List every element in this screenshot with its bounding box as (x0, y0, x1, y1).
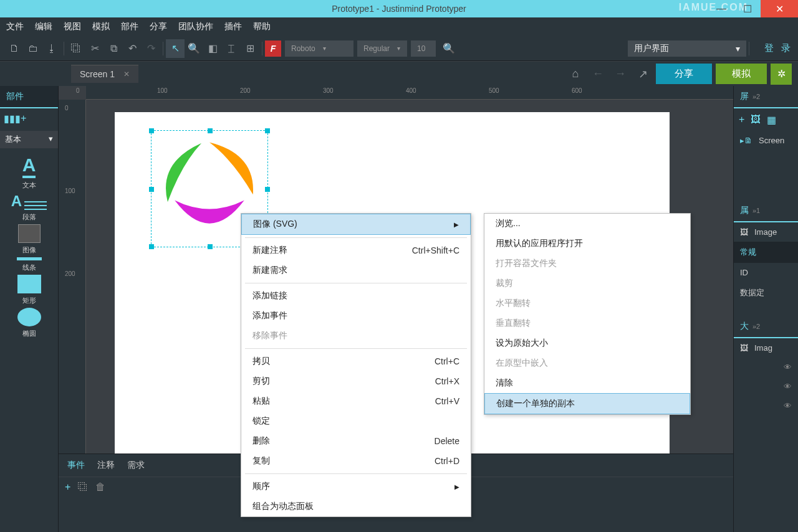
widget-paragraph[interactable]: A 段落 (11, 192, 47, 222)
tab-events[interactable]: 事件 (67, 460, 85, 471)
simulate-button[interactable]: 模拟 (716, 64, 767, 84)
prop-data-label: 数据定 (734, 282, 798, 303)
ctx-add-link[interactable]: 添加链接 (241, 286, 471, 306)
ctx-group-dynamic[interactable]: 组合为动态面板 (241, 496, 471, 516)
share-button[interactable]: 分享 (656, 64, 712, 84)
sub-open-folder: 打开容器文件夹 (484, 254, 690, 273)
ctx-copy[interactable]: 拷贝Ctrl+C (241, 351, 471, 371)
minimize-button[interactable]: — (708, 0, 734, 17)
tab-requirements[interactable]: 需求 (127, 460, 145, 471)
menu-edit[interactable]: 编辑 (35, 21, 52, 32)
jump-icon[interactable]: ↗ (633, 65, 652, 83)
title-bar: Prototype1 - Justinmind Prototyper IAMUE… (0, 0, 798, 17)
menu-plugins[interactable]: 插件 (224, 21, 242, 32)
widget-ellipse[interactable]: 椭圆 (17, 308, 41, 338)
eyedropper-icon[interactable]: ⌶ (222, 39, 241, 58)
font-icon[interactable]: F (265, 40, 281, 57)
props-section-title[interactable]: 属»1 (734, 200, 798, 222)
ctx-image-svg[interactable]: 图像 (SVG)▶ (241, 214, 471, 235)
ctx-order[interactable]: 顺序▶ (241, 477, 471, 496)
login-button[interactable]: 登 录 (764, 42, 793, 54)
tab-close-icon[interactable]: ✕ (123, 70, 130, 78)
redo-icon[interactable]: ↷ (142, 39, 160, 58)
add-screen-icon[interactable]: + (739, 114, 744, 125)
menu-view[interactable]: 视图 (64, 21, 81, 32)
widget-line[interactable]: 线条 (17, 257, 42, 272)
open-folder-icon[interactable]: 🗀 (24, 39, 42, 58)
sub-crop: 裁剪 (484, 273, 690, 293)
big-image-item[interactable]: 🖼Imag (734, 338, 798, 358)
font-weight-select[interactable]: Regular (357, 40, 407, 57)
folder-icon[interactable]: ▦ (767, 114, 776, 126)
menu-file[interactable]: 文件 (6, 21, 24, 32)
widget-category-select[interactable]: 基本▾ (0, 131, 58, 148)
undo-icon[interactable]: ↶ (123, 39, 142, 58)
back-icon[interactable]: ← (589, 65, 607, 83)
menu-share[interactable]: 分享 (150, 21, 167, 32)
sub-flip-v: 垂直翻转 (484, 313, 690, 333)
font-size-select[interactable]: 10 (411, 40, 436, 57)
sub-clear[interactable]: 清除 (484, 373, 690, 393)
widget-rect[interactable]: 矩形 (17, 275, 41, 305)
ctx-lock[interactable]: 锁定 (241, 411, 471, 431)
new-file-icon[interactable]: 🗋 (5, 39, 24, 58)
zoom-icon[interactable]: 🔍 (185, 39, 203, 58)
ctx-new-comment[interactable]: 新建注释Ctrl+Shift+C (241, 240, 471, 260)
sub-original-size[interactable]: 设为原始大小 (484, 333, 690, 353)
screens-section-title[interactable]: 屏»2 (734, 86, 798, 108)
menu-widgets[interactable]: 部件 (121, 21, 138, 32)
big-section-title[interactable]: 大»2 (734, 316, 798, 338)
cut-icon[interactable]: ✂ (85, 39, 104, 58)
visibility-toggle-3[interactable]: 👁 (734, 396, 798, 416)
copy-icon[interactable]: ⿻ (67, 39, 85, 58)
ctx-add-event[interactable]: 添加事件 (241, 306, 471, 326)
ctx-paste[interactable]: 粘贴Ctrl+V (241, 391, 471, 411)
ctx-duplicate[interactable]: 复制Ctrl+D (241, 451, 471, 471)
horizontal-ruler: 0 100 200 300 400 500 600 (86, 86, 733, 100)
add-event-icon[interactable]: + (65, 482, 70, 493)
maximize-button[interactable]: ☐ (734, 0, 761, 17)
properties-panel: 屏»2 + 🖼 ▦ ▸🗎Screen 属»1 🖼Image 常规 ID 数据定 … (733, 86, 798, 532)
search-icon[interactable]: 🔍 (440, 39, 458, 58)
sub-create-copy[interactable]: 创建一个单独的副本 (484, 393, 690, 414)
tab-general[interactable]: 常规 (734, 242, 798, 263)
add-widget-icon[interactable]: + (21, 113, 26, 124)
window-title: Prototype1 - Justinmind Prototyper (332, 4, 466, 14)
ctx-cut[interactable]: 剪切Ctrl+X (241, 371, 471, 391)
group-icon[interactable]: ⊞ (241, 39, 259, 58)
visibility-toggle-2[interactable]: 👁 (734, 377, 798, 396)
paste-icon[interactable]: ⧉ (104, 39, 123, 58)
context-submenu: 浏览... 用默认的应用程序打开 打开容器文件夹 裁剪 水平翻转 垂直翻转 设为… (484, 213, 691, 415)
menu-team[interactable]: 团队协作 (178, 21, 213, 32)
ctx-remove-event: 移除事件 (241, 326, 471, 346)
image-icon[interactable]: 🖼 (751, 114, 761, 125)
tab-comments[interactable]: 注释 (97, 460, 115, 471)
visibility-toggle-1[interactable]: 👁 (734, 358, 798, 377)
delete-event-icon[interactable]: 🗑 (95, 482, 105, 493)
download-icon[interactable]: ⭳ (42, 39, 61, 58)
widget-text[interactable]: A文本 (22, 154, 36, 190)
widget-image[interactable]: 图像 (18, 224, 41, 255)
eraser-icon[interactable]: ◧ (203, 39, 222, 58)
prop-image-row: 🖼Image (734, 222, 798, 242)
menu-help[interactable]: 帮助 (253, 21, 271, 32)
font-family-select[interactable]: Roboto (285, 40, 353, 57)
sub-open-default[interactable]: 用默认的应用程序打开 (484, 234, 690, 254)
tab-label: Screen 1 (80, 69, 115, 79)
sub-browse[interactable]: 浏览... (484, 214, 690, 234)
pointer-icon[interactable]: ↖ (166, 39, 185, 58)
home-icon[interactable]: ⌂ (566, 65, 585, 83)
settings-icon[interactable]: ✲ (771, 64, 792, 85)
ui-library-select[interactable]: 用户界面▾ (628, 40, 746, 57)
main-toolbar: 🗋 🗀 ⭳ ⿻ ✂ ⧉ ↶ ↷ ↖ 🔍 ◧ ⌶ ⊞ F Roboto Regul… (0, 36, 798, 61)
screen-item[interactable]: ▸🗎Screen (734, 131, 798, 150)
copy-event-icon[interactable]: ⿻ (78, 482, 88, 493)
ctx-new-req[interactable]: 新建需求 (241, 260, 471, 280)
tab-screen1[interactable]: Screen 1 ✕ (71, 65, 138, 83)
menu-bar: 文件 编辑 视图 模拟 部件 分享 团队协作 插件 帮助 (0, 17, 798, 36)
forward-icon[interactable]: → (611, 65, 630, 83)
close-button[interactable]: ✕ (761, 0, 798, 17)
ctx-delete[interactable]: 删除Delete (241, 431, 471, 451)
sub-embed: 在原型中嵌入 (484, 353, 690, 373)
menu-simulate[interactable]: 模拟 (92, 21, 110, 32)
